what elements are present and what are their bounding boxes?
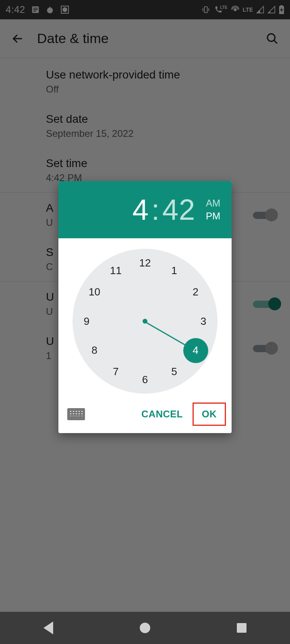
am-option[interactable]: AM — [206, 198, 220, 209]
clock-hour-8[interactable]: 8 — [86, 343, 102, 359]
dialog-actions: CANCEL OK — [58, 394, 232, 433]
minute-value[interactable]: 42 — [162, 193, 195, 226]
home-circle-icon — [140, 623, 150, 633]
time-display: 4 : 42 — [133, 193, 195, 226]
back-triangle-icon — [44, 621, 53, 634]
recent-square-icon — [237, 623, 246, 633]
time-colon: : — [149, 193, 162, 226]
clock-hour-10[interactable]: 10 — [86, 284, 102, 300]
ampm-selector: AM PM — [206, 198, 220, 222]
time-picker-dialog: 4 : 42 AM PM 121234567891011 CANCEL OK — [58, 181, 232, 433]
keyboard-input-button[interactable] — [67, 408, 85, 420]
nav-back-button[interactable] — [40, 620, 56, 636]
clock-hour-5[interactable]: 5 — [166, 364, 182, 380]
clock-hour-11[interactable]: 11 — [108, 262, 124, 279]
clock-hour-12[interactable]: 12 — [137, 255, 153, 271]
clock-hour-2[interactable]: 2 — [188, 284, 204, 300]
ok-highlight-box: OK — [193, 402, 226, 426]
hour-value[interactable]: 4 — [133, 193, 149, 226]
clock-hour-selected[interactable]: 4 — [183, 338, 208, 363]
nav-home-button[interactable] — [137, 620, 153, 636]
clock-hour-7[interactable]: 7 — [108, 364, 124, 380]
pm-option[interactable]: PM — [206, 211, 220, 222]
clock-hour-3[interactable]: 3 — [195, 313, 211, 329]
android-nav-bar — [0, 612, 290, 644]
clock-face[interactable]: 121234567891011 — [72, 249, 218, 394]
nav-recent-button[interactable] — [234, 620, 250, 636]
cancel-button[interactable]: CANCEL — [135, 405, 189, 424]
ok-button[interactable]: OK — [195, 405, 223, 424]
time-picker-header: 4 : 42 AM PM — [58, 181, 232, 238]
clock-hour-9[interactable]: 9 — [79, 313, 95, 329]
clock-hour-1[interactable]: 1 — [166, 262, 182, 279]
clock-hour-6[interactable]: 6 — [137, 372, 153, 388]
